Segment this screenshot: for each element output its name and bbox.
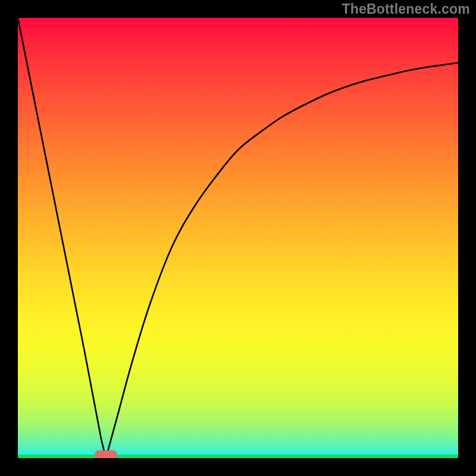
watermark-text: TheBottleneck.com <box>342 1 470 17</box>
left-branch-line <box>18 18 106 458</box>
bottleneck-marker <box>95 450 117 458</box>
curve-layer <box>18 18 458 458</box>
plot-area <box>18 18 458 458</box>
chart-frame: TheBottleneck.com <box>0 0 476 476</box>
right-branch-line <box>106 62 458 458</box>
